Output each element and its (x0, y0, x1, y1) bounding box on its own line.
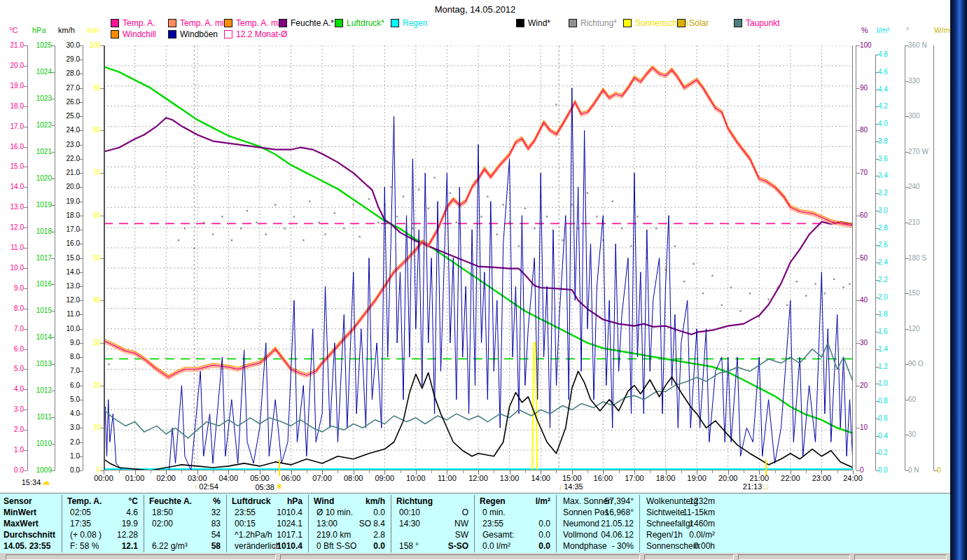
table-separator (226, 495, 227, 552)
statusbar-panel (854, 554, 947, 560)
table-cell-value: NW (422, 519, 468, 528)
axis-event-14-35: ↓14:35 (557, 482, 583, 491)
table-cell-time: 02:05 (70, 507, 91, 517)
table-cell-value: 0.0 (339, 507, 385, 517)
annotation-time: 05:38 (255, 483, 274, 491)
table-info-value: 57,394° (582, 496, 634, 506)
table-info-value: 21.05.12 (582, 519, 634, 528)
cloud-icon: ☁ (42, 477, 50, 486)
table-info-value: 04.06.12 (582, 530, 634, 540)
table-col-unit: l/m² (511, 496, 550, 506)
statusbar-panel (738, 554, 850, 560)
table-cell-time: 0 min. (482, 507, 506, 517)
table-cell-time: 02:00 (152, 519, 173, 528)
annotation-time: 15:34 (22, 478, 41, 486)
table-cell-value: O (422, 507, 468, 517)
table-cell-value: 1024.1 (256, 519, 302, 528)
table-cell-value: SO 8.4 (339, 519, 385, 528)
table-info-value: 1232m (663, 496, 715, 506)
table-cell-value: 32 (174, 507, 221, 517)
table-separator (391, 495, 391, 552)
table-col-unit: hPa (263, 496, 302, 506)
sun-icon: ☀ (276, 482, 283, 491)
table-cell-time: 23:55 (235, 507, 256, 517)
table-info-value: 1460m (663, 519, 715, 528)
table-cell-value: 54 (174, 530, 221, 540)
table-cell-value: 19.9 (92, 519, 138, 528)
table-cell-time: 17:35 (70, 519, 91, 528)
corner-annotation: 15:34☁ (22, 477, 52, 486)
table-col-unit: km/h (346, 496, 385, 506)
table-cell-value: 0.0 (504, 519, 550, 528)
axis-event-21-13: 21:13□ (743, 482, 770, 491)
status-bar (0, 553, 950, 560)
table-cell-value: S-SO (422, 541, 468, 551)
table-separator (144, 495, 144, 552)
table-cell-value: 1017.1 (256, 530, 302, 540)
table-separator (556, 495, 557, 552)
box-icon: □ (763, 482, 768, 491)
table-cell-time: 23:55 (482, 519, 503, 528)
table-cell-time: 14:30 (399, 519, 420, 528)
statusbar-panel (644, 554, 734, 560)
table-cell-value: 12.1 (92, 541, 138, 551)
table-col-unit: % (181, 496, 221, 506)
table-info-value: - 30% (582, 541, 634, 551)
table-col-header-regen: Regen (480, 496, 506, 506)
annotation-time: 21:13 (743, 482, 763, 491)
weather-app-window: Montag, 14.05.2012 Temp. A.Temp. A. minT… (0, 0, 950, 560)
table-col-header-richtung: Richtung (396, 496, 433, 506)
table-separator (62, 495, 62, 552)
table-col-header-wind: Wind (314, 496, 334, 506)
axis-event-05-38: 05:38☀ (255, 482, 284, 491)
table-cell-value: 0.0 (504, 541, 550, 551)
table-cell-value: 0.0 (339, 541, 385, 551)
table-cell-time: 18:50 (152, 507, 173, 517)
up-icon: ↑ (194, 482, 198, 491)
annotation-time: 14:35 (564, 482, 583, 491)
axis-event-02-54: ↑02:54 (193, 482, 218, 491)
table-col-header-temp-a: Temp. A. (67, 496, 102, 506)
table-row-label: MinWert (4, 507, 36, 517)
table-row-label: Durchschnitt (4, 530, 55, 540)
table-row-label: Sensor (4, 496, 32, 506)
table-cell-time: 00:10 (399, 507, 420, 517)
statusbar-panel (280, 554, 640, 560)
table-col-unit: °C (99, 496, 138, 506)
down-icon: ↓ (559, 482, 563, 491)
table-separator (474, 495, 475, 552)
desktop-background (950, 0, 967, 560)
annotations: ↑02:5405:38☀↓14:3521:13□15:34☁ (0, 0, 950, 560)
table-cell-value: 58 (174, 541, 221, 551)
pressure-trend-arrow-icon: ↓ (272, 541, 277, 551)
table-cell-value: 4.6 (92, 507, 138, 517)
table-cell-value: SW (422, 530, 468, 540)
table-cell-time: 13:00 (316, 519, 338, 528)
annotation-time: 02:54 (199, 482, 218, 491)
summary-table: SensorMinWertMaxWertDurchschnitt14.05. 2… (0, 493, 950, 554)
table-info-value: -16,968° (582, 507, 634, 517)
table-info-value: 11-15km (663, 507, 715, 517)
table-separator (639, 495, 640, 552)
table-cell-value: 83 (174, 519, 221, 528)
table-cell-value: 1010.4 (256, 507, 302, 517)
table-cell-time: 00:15 (235, 519, 256, 528)
table-row-label: MaxWert (4, 519, 39, 528)
table-cell-value: 12.28 (92, 530, 138, 540)
table-cell-value: ↓1010.4 (256, 541, 302, 551)
table-cell-value: 2.8 (339, 530, 385, 540)
table-row-label: 14.05. 23:55 (4, 541, 50, 551)
table-info-value: 0.0l/m² (663, 530, 715, 540)
statusbar-panel (6, 554, 276, 560)
table-separator (308, 495, 309, 552)
table-info-value: 0:00h (663, 541, 715, 551)
table-cell-value: 0.0 (504, 530, 550, 540)
table-cell-time: 158 ° (399, 541, 419, 551)
